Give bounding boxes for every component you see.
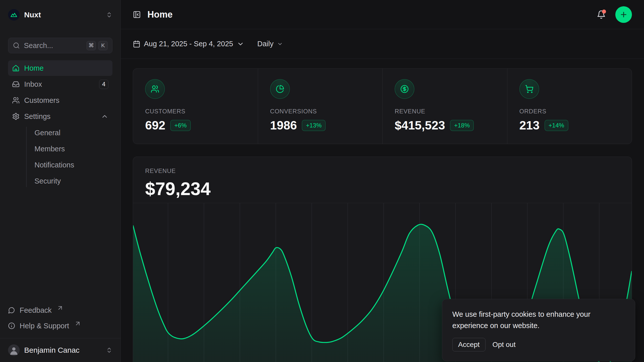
calendar-icon — [133, 40, 140, 48]
plus-icon — [620, 11, 628, 19]
cookie-banner: We use first-party cookies to enhance yo… — [442, 299, 635, 361]
chevron-down-icon — [237, 40, 244, 48]
kbd-meta: ⌘ — [87, 41, 96, 50]
opt-out-button[interactable]: Opt out — [493, 341, 516, 349]
stat-customers[interactable]: CUSTOMERS 692 +6% — [133, 69, 258, 144]
workspace-selector[interactable]: Nuxt — [0, 0, 120, 30]
stat-label: ORDERS — [519, 108, 620, 115]
search-input[interactable] — [24, 41, 83, 50]
users-icon — [151, 85, 159, 93]
accept-button[interactable]: Accept — [452, 338, 486, 351]
stats-row: CUSTOMERS 692 +6% CONVERSIONS 1986 +13% — [133, 68, 632, 144]
revenue-chart-label: REVENUE — [145, 167, 620, 174]
gear-icon — [12, 113, 20, 120]
sidebar-nav: Home Inbox 4 Customers Settings General … — [0, 60, 120, 189]
stat-orders[interactable]: ORDERS 213 +14% — [507, 69, 632, 144]
stat-icon-circle — [519, 79, 539, 99]
stat-revenue[interactable]: REVENUE $415,523 +18% — [382, 69, 507, 144]
inbox-icon — [12, 80, 20, 88]
add-button[interactable] — [615, 6, 632, 23]
help-support-label: Help & Support — [20, 322, 69, 330]
stat-label: CUSTOMERS — [145, 108, 246, 115]
page-header: Home — [121, 0, 644, 29]
subnav-label: General — [34, 129, 60, 137]
cart-icon — [525, 85, 534, 93]
search-icon — [13, 42, 20, 49]
chevrons-up-down-icon — [106, 347, 112, 353]
user-menu[interactable]: Benjamin Canac — [0, 338, 120, 362]
sidebar-footer: Feedback Help & Support — [0, 302, 120, 334]
period-select[interactable]: Daily — [257, 40, 283, 48]
inbox-count-badge: 4 — [99, 80, 108, 89]
help-support-link[interactable]: Help & Support — [8, 318, 112, 334]
stat-delta-badge: +6% — [170, 120, 191, 131]
users-icon — [12, 97, 20, 104]
cookie-message: We use first-party cookies to enhance yo… — [452, 309, 613, 331]
feedback-label: Feedback — [20, 306, 52, 314]
feedback-icon — [8, 307, 15, 314]
sidebar-item-general[interactable]: General — [8, 125, 104, 141]
home-icon — [12, 64, 20, 72]
sidebar-item-notifications[interactable]: Notifications — [8, 157, 104, 173]
sidebar-item-label: Inbox — [24, 80, 42, 88]
chevron-down-icon — [277, 41, 283, 47]
period-value: Daily — [257, 40, 273, 48]
stat-conversions[interactable]: CONVERSIONS 1986 +13% — [258, 69, 383, 144]
sidebar-item-label: Home — [24, 64, 44, 72]
stat-label: CONVERSIONS — [270, 108, 371, 115]
sidebar-item-customers[interactable]: Customers — [8, 93, 112, 108]
header-actions — [597, 6, 632, 23]
stat-value: 692 — [145, 118, 165, 132]
external-link-icon — [74, 320, 81, 327]
sidebar-item-members[interactable]: Members — [8, 141, 104, 157]
sidebar-item-label: Customers — [24, 96, 59, 105]
sidebar: Nuxt ⌘ K Home Inbox 4 Customers Settings — [0, 0, 121, 362]
sidebar-item-inbox[interactable]: Inbox 4 — [8, 76, 112, 92]
sidebar-item-label: Settings — [24, 112, 51, 121]
notification-dot — [602, 10, 606, 14]
subnav-label: Members — [34, 145, 65, 153]
kbd-k: K — [98, 41, 108, 50]
revenue-chart-header: REVENUE $79,234 — [133, 157, 632, 199]
stat-value: 213 — [519, 118, 540, 132]
stat-delta-badge: +13% — [302, 120, 326, 131]
stat-delta-badge: +14% — [545, 120, 568, 131]
nuxt-logo-icon — [8, 9, 20, 21]
subnav-label: Security — [34, 177, 61, 185]
pie-chart-icon — [276, 85, 284, 93]
feedback-link[interactable]: Feedback — [8, 302, 112, 318]
filters-toolbar: Aug 21, 2025 - Sep 4, 2025 Daily — [121, 29, 644, 59]
external-link-icon — [57, 304, 64, 311]
workspace-name: Nuxt — [24, 11, 41, 19]
info-icon — [8, 322, 15, 329]
circle-dollar-icon — [400, 85, 409, 93]
stat-delta-badge: +18% — [450, 120, 474, 131]
stat-label: REVENUE — [395, 108, 495, 115]
notifications-button[interactable] — [597, 10, 606, 19]
stat-icon-circle — [270, 79, 290, 99]
stat-value: $415,523 — [395, 118, 445, 132]
date-range-picker[interactable]: Aug 21, 2025 - Sep 4, 2025 — [133, 40, 244, 48]
chevron-up-icon — [101, 113, 108, 120]
settings-subnav: General Members Notifications Security — [8, 125, 112, 189]
sidebar-item-home[interactable]: Home — [8, 60, 112, 76]
collapse-sidebar-icon[interactable] — [133, 11, 141, 19]
revenue-chart-value: $79,234 — [145, 178, 620, 199]
sidebar-item-settings[interactable]: Settings — [8, 109, 112, 124]
user-name: Benjamin Canac — [24, 346, 79, 354]
cookie-actions: Accept Opt out — [452, 338, 625, 351]
stat-value: 1986 — [270, 118, 297, 132]
stat-icon-circle — [145, 79, 165, 99]
stat-icon-circle — [395, 79, 414, 99]
sidebar-item-security[interactable]: Security — [8, 173, 104, 189]
search-input-box[interactable]: ⌘ K — [8, 38, 112, 53]
chevrons-up-down-icon — [106, 12, 112, 18]
date-range-value: Aug 21, 2025 - Sep 4, 2025 — [144, 40, 233, 48]
subnav-label: Notifications — [34, 161, 74, 169]
page-title: Home — [147, 9, 173, 20]
avatar — [8, 344, 20, 356]
